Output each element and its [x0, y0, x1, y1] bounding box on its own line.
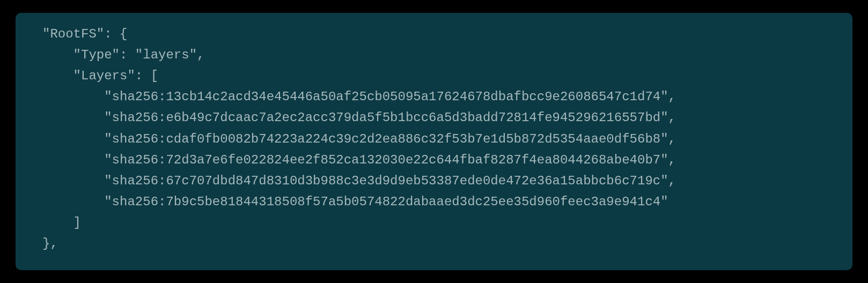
code-line-8: "sha256:7b9c5be81844318508f57a5b0574822d… — [42, 195, 668, 209]
code-line-1: "Type": "layers", — [42, 48, 204, 62]
code-line-5: "sha256:cdaf0fb0082b74223a224c39c2d2ea88… — [42, 132, 676, 146]
code-line-6: "sha256:72d3a7e6fe022824ee2f852ca132030e… — [42, 153, 676, 167]
code-line-7: "sha256:67c707dbd847d8310d3b988c3e3d9d9e… — [42, 174, 676, 188]
code-line-3: "sha256:13cb14c2acd34e45446a50af25cb0509… — [42, 90, 676, 104]
code-line-9: ] — [42, 215, 81, 230]
code-line-10: }, — [42, 236, 58, 251]
code-line-4: "sha256:e6b49c7dcaac7a2ec2acc379da5f5b1b… — [42, 110, 676, 125]
code-block: "RootFS": { "Type": "layers", "Layers": … — [16, 13, 852, 270]
code-line-0: "RootFS": { — [42, 27, 127, 41]
code-line-2: "Layers": [ — [42, 69, 158, 83]
code-content: "RootFS": { "Type": "layers", "Layers": … — [42, 24, 852, 254]
